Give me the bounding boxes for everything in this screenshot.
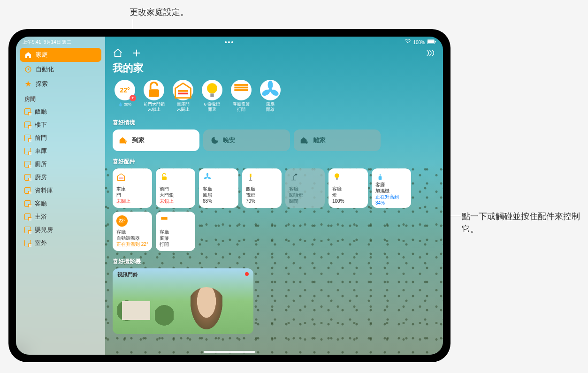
room-icon xyxy=(24,227,31,233)
room-item[interactable]: 室外 xyxy=(20,236,101,250)
lamp-icon xyxy=(246,172,255,182)
svg-rect-2 xyxy=(435,41,436,42)
room-label: 廁所 xyxy=(35,160,47,168)
status-tile-blinds[interactable]: 客廳窗簾打開 xyxy=(229,80,253,112)
room-icon xyxy=(24,161,31,167)
svg-rect-26 xyxy=(249,180,252,181)
svg-point-16 xyxy=(125,142,127,144)
svg-rect-29 xyxy=(336,178,337,179)
room-label: 車庫 xyxy=(35,147,47,155)
room-icon xyxy=(24,174,31,181)
room-item[interactable]: 前門 xyxy=(20,131,101,145)
room-icon xyxy=(24,187,31,194)
scenes-header: 喜好情境 xyxy=(113,119,435,127)
room-label: 客廳 xyxy=(35,199,47,208)
page-title: 我的家 xyxy=(113,61,435,75)
svg-rect-1 xyxy=(428,40,434,43)
accessory-garage-door[interactable]: 車庫 門 未關上 xyxy=(113,168,152,208)
status-time: 上午9:41 xyxy=(23,39,41,45)
topbar xyxy=(113,48,435,58)
bulb-icon xyxy=(332,172,342,182)
accessory-text: 客廳 風扇 68% xyxy=(203,186,235,204)
svg-rect-5 xyxy=(178,90,188,92)
accessory-text: 客廳 自動調溫器 正在升溫到 22° xyxy=(116,229,148,247)
accessory-thermostat[interactable]: 22° 客廳 自動調溫器 正在升溫到 22° xyxy=(113,212,152,251)
accessory-blinds[interactable]: 客廳 窗簾 打開 xyxy=(156,212,195,251)
scene-leave[interactable]: 離家 xyxy=(294,129,381,151)
thermostat-icon: 22° xyxy=(116,215,128,227)
home-settings-button[interactable] xyxy=(113,48,123,58)
scene-label: 晚安 xyxy=(223,136,235,145)
svg-point-7 xyxy=(207,83,217,93)
accessory-text: 客廳 燈 100% xyxy=(332,186,364,204)
screen: 上午9:41 9月14日 週二 100% ••• 家庭 自動化 探索 房間 飯廳… xyxy=(16,37,443,355)
scene-label: 到家 xyxy=(132,136,145,145)
room-item[interactable]: 廁所 xyxy=(20,158,101,171)
room-item[interactable]: 嬰兒房 xyxy=(20,223,101,236)
accessory-living-light[interactable]: 客廳 燈 100% xyxy=(328,168,368,208)
accessory-reading-lamp[interactable]: 客廳 閱讀燈 關閉 xyxy=(285,168,325,208)
ipad-frame: 上午9:41 9月14日 週二 100% ••• 家庭 自動化 探索 房間 飯廳… xyxy=(8,29,451,362)
accessory-humidifier[interactable]: 客廳 加濕機 正在升高到 34% xyxy=(372,168,411,208)
sidebar: 家庭 自動化 探索 房間 飯廳 樓下 前門 車庫 廁所 廚房 資料庫 客廳 主浴… xyxy=(16,37,105,355)
room-item[interactable]: 樓下 xyxy=(20,118,101,131)
room-item[interactable]: 主浴 xyxy=(20,210,101,223)
sidebar-item-home[interactable]: 家庭 xyxy=(20,48,101,62)
recording-indicator xyxy=(245,272,249,276)
room-item[interactable]: 飯廳 xyxy=(20,105,101,118)
camera-tree xyxy=(155,301,174,329)
status-label: 車庫門未關上 xyxy=(177,102,190,112)
wifi-icon xyxy=(405,39,411,45)
callout-top: 更改家庭設定。 xyxy=(130,7,189,18)
blinds-icon xyxy=(160,215,169,225)
accessory-dining-lamp[interactable]: 飯廳 電燈 70% xyxy=(242,168,282,208)
desk-lamp-icon xyxy=(289,172,298,182)
temp-circle: 22° + xyxy=(115,80,135,100)
star-icon xyxy=(24,80,32,88)
room-label: 室外 xyxy=(35,239,47,247)
scene-arrive[interactable]: 到家 xyxy=(113,129,199,151)
svg-rect-10 xyxy=(234,87,248,89)
garage-icon xyxy=(116,172,126,182)
accessory-fan[interactable]: 客廳 風扇 68% xyxy=(199,168,238,208)
rain-row: 💧 20% xyxy=(118,102,131,107)
status-date: 9月14日 週二 xyxy=(44,39,71,45)
accessories-header: 喜好配件 xyxy=(113,158,435,166)
garage-icon xyxy=(173,80,193,100)
intercom-button[interactable] xyxy=(425,48,435,58)
status-tile-lock[interactable]: 前門大門鎖未鎖上 xyxy=(142,80,166,112)
accessory-text: 前門 大門鎖 未鎖上 xyxy=(160,186,191,204)
svg-rect-30 xyxy=(379,176,382,180)
climate-badge: + xyxy=(130,95,136,101)
room-item[interactable]: 客廳 xyxy=(20,197,101,210)
room-label: 樓下 xyxy=(35,121,47,129)
home-indicator[interactable] xyxy=(204,351,255,353)
status-tile-fan[interactable]: 風扇開啟 xyxy=(258,80,283,112)
room-icon xyxy=(24,122,31,128)
room-item[interactable]: 車庫 xyxy=(20,145,101,158)
climate-tile[interactable]: 22° + 💧 20% xyxy=(113,80,137,112)
accessory-front-lock[interactable]: 前門 大門鎖 未鎖上 xyxy=(156,168,195,208)
status-left: 上午9:41 9月14日 週二 xyxy=(23,39,72,46)
status-tile-garage[interactable]: 車庫門未關上 xyxy=(171,80,195,112)
svg-rect-32 xyxy=(161,218,167,219)
svg-point-28 xyxy=(335,173,339,178)
camera-tile[interactable]: 視訊門鈴 xyxy=(113,268,253,334)
sidebar-item-automation[interactable]: 自動化 xyxy=(20,62,101,76)
accessory-text: 飯廳 電燈 70% xyxy=(246,186,278,204)
room-item[interactable]: 資料庫 xyxy=(20,184,101,197)
accessory-text: 客廳 窗簾 打開 xyxy=(160,229,191,247)
sidebar-item-discover[interactable]: 探索 xyxy=(20,77,101,91)
callout-right: 點一下或觸碰並按住配件來控制它。 xyxy=(462,210,588,236)
svg-rect-6 xyxy=(178,93,188,95)
scene-goodnight[interactable]: 晚安 xyxy=(203,129,290,151)
room-item[interactable]: 廚房 xyxy=(20,171,101,184)
room-label: 資料庫 xyxy=(35,186,53,195)
lock-icon xyxy=(144,80,164,100)
status-tile-lights[interactable]: 6 盞電燈開著 xyxy=(200,80,224,112)
add-button[interactable] xyxy=(131,48,142,58)
svg-rect-19 xyxy=(162,176,167,180)
lock-icon xyxy=(160,172,169,182)
status-circles: 22° + 💧 20% 前門大門鎖未鎖上 車庫門未關上 6 盞電燈開著 客廳窗簾… xyxy=(113,80,435,112)
room-icon xyxy=(24,200,31,207)
